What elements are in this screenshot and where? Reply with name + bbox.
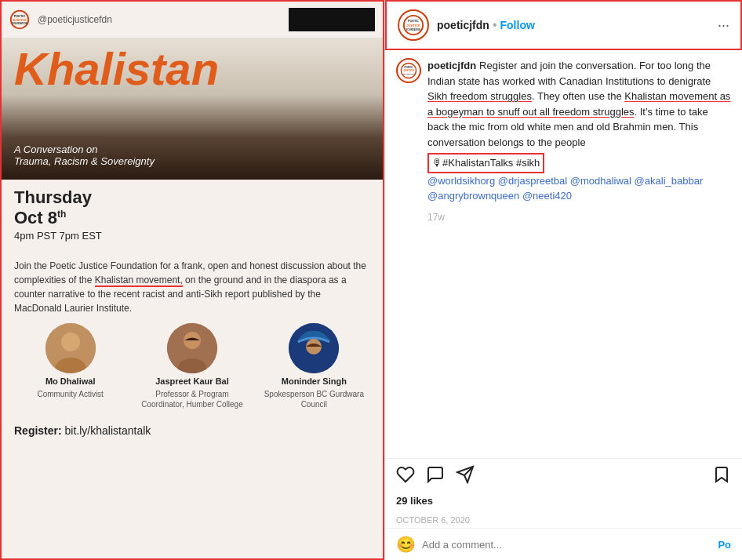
speaker-jaspreet-role: Professor & Program Coordinator, Humber … (136, 389, 248, 409)
speaker-moninder-role: Spokesperson BC Gurdwara Council (258, 389, 370, 409)
speaker-jaspreet-name: Jaspreet Kaur Bal (155, 376, 229, 386)
subtitle-line1: A Conversation on (14, 144, 155, 155)
left-handle: @poeticjusticefdn (38, 14, 112, 25)
left-header: POETIC JUSTICE FOUNDATION @poeticjustice… (2, 2, 383, 38)
date-row: OCTOBER 6, 2020 (385, 511, 742, 528)
post-author-row: POETIC JUSTICE FOUNDATION poeticjfdnRegi… (396, 58, 731, 224)
register-label: Register: bit.ly/khalistantalk (14, 424, 151, 437)
svg-text:JUSTICE: JUSTICE (13, 18, 27, 22)
right-logo-circle: POETIC JUSTICE FOUNDATION (398, 9, 429, 41)
right-username: poeticjfdn (437, 19, 489, 31)
left-panel: POETIC JUSTICE FOUNDATION @poeticjustice… (0, 0, 384, 560)
speaker-mo-avatar (45, 323, 96, 373)
right-logo-icon: POETIC JUSTICE FOUNDATION (402, 14, 424, 36)
svg-text:POETIC: POETIC (408, 20, 419, 23)
event-day: Thursday (14, 187, 92, 208)
more-options-icon[interactable]: ··· (718, 17, 729, 34)
post-avatar-small: POETIC JUSTICE FOUNDATION (396, 58, 421, 83)
post-actions (385, 458, 742, 490)
post-text-highlight1: Sikh freedom struggles (427, 90, 532, 102)
subtitle-line2: Trauma, Racism & Sovereignty (14, 155, 155, 167)
follow-button[interactable]: Follow (500, 19, 535, 31)
svg-text:FOUNDATION: FOUNDATION (406, 28, 420, 31)
post-content: POETIC JUSTICE FOUNDATION poeticjfdnRegi… (385, 50, 742, 458)
poetic-justice-logo-icon: POETIC JUSTICE FOUNDATION (9, 9, 30, 30)
speaker-jaspreet: Jaspreet Kaur Bal Professor & Program Co… (136, 323, 248, 409)
post-text-block: poeticjfdnRegister and join the conversa… (427, 58, 731, 224)
speaker-mo-name: Mo Dhaliwal (45, 376, 96, 386)
header-black-redacted (289, 8, 375, 31)
comment-icon[interactable] (426, 465, 445, 484)
likes-count: 29 likes (396, 495, 433, 507)
event-image-area: Khalistan A Conversation on Trauma, Raci… (2, 38, 383, 180)
comment-post-button[interactable]: Po (718, 539, 731, 551)
body-text-link: Khalistan movement, (95, 275, 183, 287)
register-bold-label: Register: (14, 424, 62, 437)
likes-row: 29 likes (385, 490, 742, 511)
event-oct: Oct 8th (14, 208, 66, 228)
speakers-row: Mo Dhaliwal Community Activist Jaspreet … (2, 315, 383, 417)
event-date-row: Thursday (14, 187, 370, 208)
svg-text:POETIC: POETIC (14, 14, 26, 18)
comment-bar: 😊 Po (385, 528, 742, 560)
right-panel: POETIC JUSTICE FOUNDATION poeticjfdn • F… (384, 0, 742, 560)
post-author-name: poeticjfdn (427, 60, 476, 71)
speaker-mo: Mo Dhaliwal Community Activist (14, 323, 126, 399)
post-text-between1: . They often use the (532, 90, 624, 102)
right-header: POETIC JUSTICE FOUNDATION poeticjfdn • F… (385, 0, 742, 50)
speaker-jaspreet-avatar-image (167, 323, 217, 373)
hashtag-box: 🎙#KhalistanTalks #sikh (427, 153, 544, 173)
post-date: OCTOBER 6, 2020 (396, 515, 470, 525)
speaker-mo-avatar-image (45, 323, 96, 373)
svg-text:FOUNDATION: FOUNDATION (12, 22, 27, 25)
svg-point-5 (61, 333, 80, 351)
emoji-icon[interactable]: 😊 (396, 535, 416, 554)
bookmark-icon[interactable] (712, 465, 731, 484)
speaker-mo-role: Community Activist (37, 389, 103, 399)
event-date-row2: Oct 8th (14, 208, 370, 228)
speaker-moninder: Moninder Singh Spokesperson BC Gurdwara … (258, 323, 370, 409)
svg-text:POETIC: POETIC (405, 66, 414, 69)
register-link: bit.ly/khalistantalk (65, 424, 151, 437)
post-mentions: @worldsikhorg @drjaspreetbal @modhaliwal… (427, 175, 703, 202)
like-icon[interactable] (396, 465, 415, 484)
left-logo: POETIC JUSTICE FOUNDATION (9, 9, 30, 30)
event-title: Khalistan (14, 46, 370, 92)
svg-text:JUSTICE: JUSTICE (406, 24, 420, 27)
post-avatar-logo: POETIC JUSTICE FOUNDATION (400, 62, 417, 79)
event-details: Thursday Oct 8th 4pm PST 7pm EST (2, 180, 383, 249)
speaker-moninder-avatar (289, 323, 339, 373)
event-subtitle: A Conversation on Trauma, Racism & Sover… (14, 144, 155, 167)
svg-text:FOUNDATION: FOUNDATION (403, 73, 415, 75)
event-body: Join the Poetic Justice Foundation for a… (2, 256, 383, 315)
event-time: 4pm PST 7pm EST (14, 230, 370, 242)
share-icon[interactable] (456, 465, 475, 484)
right-dot: • (493, 18, 497, 32)
register-bar: Register: bit.ly/khalistantalk (2, 417, 383, 447)
speaker-jaspreet-avatar (167, 323, 217, 373)
svg-text:JUSTICE: JUSTICE (403, 69, 415, 72)
comment-input[interactable] (422, 539, 711, 551)
speaker-moninder-avatar-image (289, 323, 339, 373)
post-timestamp: 17w (427, 210, 731, 224)
speaker-moninder-name: Moninder Singh (282, 376, 347, 386)
